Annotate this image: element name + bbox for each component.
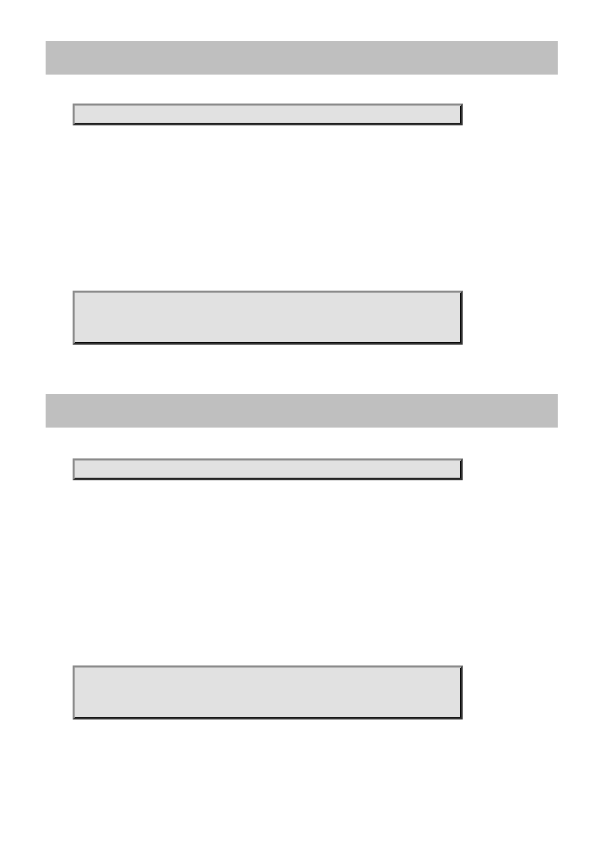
section-header-1 — [46, 41, 558, 75]
text-input-1[interactable] — [73, 104, 463, 125]
text-input-2[interactable] — [73, 458, 463, 480]
textarea-2[interactable] — [73, 665, 463, 719]
textarea-1[interactable] — [73, 291, 463, 345]
section-header-2 — [46, 394, 558, 428]
